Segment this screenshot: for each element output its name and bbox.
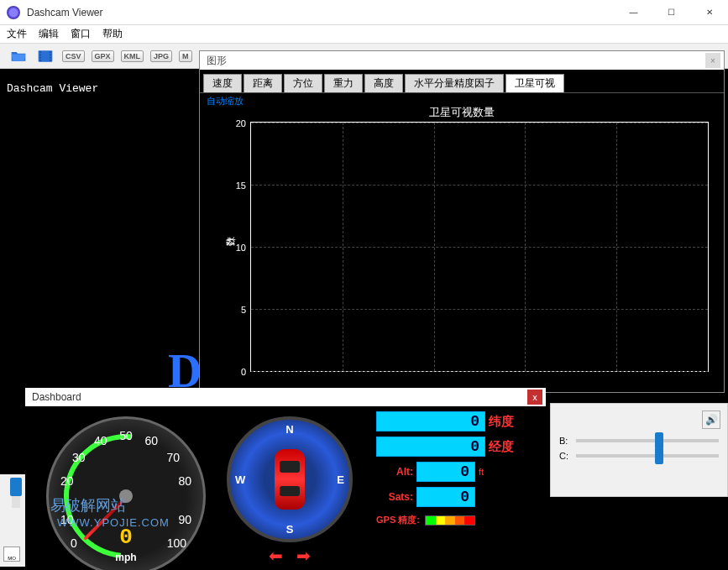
- gauge-tick-0: 0: [71, 536, 77, 550]
- tab-altitude[interactable]: 高度: [364, 74, 403, 92]
- gauge-unit: mph: [115, 552, 136, 563]
- ytick: 5: [241, 305, 246, 315]
- speaker-icon[interactable]: 🔊: [702, 411, 720, 429]
- brightness-slider[interactable]: [576, 439, 719, 442]
- chart-plot-area[interactable]: 20 15 10 5 0: [250, 122, 709, 372]
- gauge-tick-80: 80: [178, 474, 191, 488]
- tab-bearing[interactable]: 方位: [284, 74, 322, 92]
- menu-window[interactable]: 窗口: [71, 27, 91, 41]
- gauge-dial: 0 10 20 30 40 50 60 70 80 90 100 0 mph: [46, 416, 206, 570]
- altitude-label: Alt:: [376, 466, 413, 478]
- altitude-unit: ft: [479, 467, 484, 477]
- contrast-slider[interactable]: [576, 454, 719, 458]
- window-controls: — ☐ ✕: [615, 0, 728, 24]
- gps-precision-label: GPS 精度:: [376, 514, 420, 526]
- menu-edit[interactable]: 编辑: [39, 27, 59, 41]
- dashboard-close-button[interactable]: x: [527, 390, 542, 405]
- longitude-value: 0: [376, 437, 485, 457]
- svg-rect-4: [39, 60, 41, 61]
- gps-readouts: 0 纬度 0 经度 Alt: 0 ft Sats: 0 GPS 精度:: [376, 411, 544, 526]
- window-titlebar: Dashcam Viewer — ☐ ✕: [0, 0, 728, 25]
- chart-panel-close-button[interactable]: ×: [705, 53, 720, 68]
- svg-rect-2: [39, 54, 41, 55]
- auto-scale-toggle[interactable]: 自动缩放: [207, 95, 244, 107]
- media-type-icon[interactable]: MO: [3, 546, 20, 562]
- svg-rect-5: [50, 51, 51, 53]
- dashboard-title: Dashboard: [32, 391, 81, 403]
- svg-rect-6: [50, 54, 51, 55]
- gauge-tick-50: 50: [119, 429, 133, 442]
- export-jpg-button[interactable]: JPG: [150, 50, 172, 62]
- gps-precision-bar: [425, 515, 475, 526]
- ytick: 20: [236, 118, 246, 128]
- export-csv-button[interactable]: CSV: [62, 50, 85, 62]
- latitude-label: 纬度: [489, 414, 514, 430]
- compass-north: N: [285, 423, 293, 436]
- compass-prev-button[interactable]: ⬅: [269, 546, 283, 565]
- export-m-button[interactable]: M: [179, 50, 192, 62]
- dashboard-panel: Dashboard x 0 10 20 30 40 50 60 70 80 90…: [25, 388, 546, 570]
- sats-label: Sats:: [376, 491, 413, 503]
- audio-panel: 🔊 B: C:: [550, 403, 728, 497]
- ytick: 15: [236, 180, 246, 191]
- svg-rect-8: [50, 60, 51, 61]
- speedometer: 0 10 20 30 40 50 60 70 80 90 100 0 mph 易…: [34, 411, 218, 570]
- window-title: Dashcam Viewer: [27, 7, 615, 18]
- minimize-button[interactable]: —: [615, 0, 652, 24]
- chart-panel-titlebar[interactable]: 图形 ×: [200, 51, 724, 70]
- tab-speed[interactable]: 速度: [203, 74, 242, 92]
- tab-gforce[interactable]: 重力: [324, 74, 363, 92]
- compass-arrows: ⬅ ➡: [218, 546, 361, 566]
- chart-panel-title: 图形: [207, 54, 227, 68]
- export-kml-button[interactable]: KML: [121, 50, 144, 62]
- gauge-tick-30: 30: [72, 451, 86, 464]
- gauge-tick-70: 70: [166, 451, 180, 464]
- dashboard-titlebar[interactable]: Dashboard x: [25, 388, 546, 406]
- svg-rect-1: [39, 51, 41, 53]
- vertical-slider-thumb[interactable]: [10, 478, 22, 496]
- chart-plot: 自动缩放 卫星可视数量 计数 20 15 10 5 0: [200, 93, 724, 389]
- sats-value: 0: [416, 487, 475, 507]
- longitude-label: 经度: [489, 439, 514, 455]
- chart-tabs: 速度 距离 方位 重力 高度 水平分量精度因子 卫星可视: [200, 75, 724, 93]
- compass-west: W: [235, 473, 245, 486]
- contrast-label: C:: [559, 451, 573, 461]
- close-button[interactable]: ✕: [690, 0, 728, 24]
- left-side-panel: MO: [0, 474, 25, 567]
- chart-panel: 图形 × 速度 距离 方位 重力 高度 水平分量精度因子 卫星可视 自动缩放 卫…: [199, 50, 725, 393]
- maximize-button[interactable]: ☐: [652, 0, 690, 24]
- tab-satellites[interactable]: 卫星可视: [505, 74, 564, 92]
- compass-east: E: [337, 473, 344, 486]
- gauge-tick-90: 90: [178, 513, 191, 526]
- brightness-label: B:: [559, 436, 573, 446]
- open-video-button[interactable]: [35, 48, 55, 65]
- svg-rect-7: [50, 56, 51, 58]
- viewer-label: Dashcam Viewer: [7, 82, 98, 95]
- menu-file[interactable]: 文件: [7, 27, 27, 41]
- compass-next-button[interactable]: ➡: [296, 546, 311, 565]
- tab-hdop[interactable]: 水平分量精度因子: [405, 74, 504, 92]
- menu-help[interactable]: 帮助: [102, 27, 123, 41]
- tab-distance[interactable]: 距离: [244, 74, 282, 92]
- menubar: 文件 编辑 窗口 帮助: [0, 25, 728, 44]
- gauge-tick-60: 60: [144, 434, 158, 447]
- compass-ring: N S E W: [227, 416, 353, 542]
- gauge-tick-100: 100: [167, 536, 186, 550]
- gauge-tick-40: 40: [94, 434, 107, 447]
- compass-south: S: [286, 523, 294, 536]
- watermark-text: 易破解网站: [50, 495, 126, 515]
- car-icon: [275, 449, 305, 510]
- ytick: 0: [241, 367, 246, 377]
- latitude-value: 0: [376, 411, 485, 431]
- watermark-url: WWW.YPOJIE.COM: [57, 516, 170, 529]
- open-folder-button[interactable]: [8, 48, 29, 65]
- app-icon: [7, 6, 20, 19]
- svg-rect-3: [39, 56, 41, 58]
- gauge-tick-20: 20: [60, 474, 74, 488]
- chart-title: 卫星可视数量: [429, 105, 495, 120]
- altitude-value: 0: [416, 462, 475, 482]
- compass: N S E W ⬅ ➡: [218, 413, 361, 570]
- ytick: 10: [236, 243, 246, 253]
- export-gpx-button[interactable]: GPX: [92, 50, 114, 62]
